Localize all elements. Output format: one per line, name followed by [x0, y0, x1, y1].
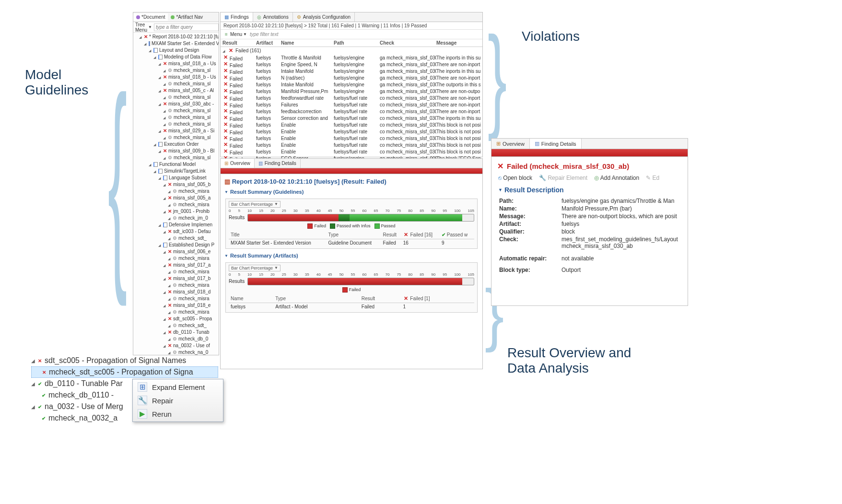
- tree-node[interactable]: ✕misra_slsf_029_a - Si: [134, 128, 219, 134]
- tree-node[interactable]: Established Design P: [134, 242, 219, 248]
- table-row[interactable]: MXAM Starter Set - Extended Version Guid…: [229, 239, 474, 247]
- tree-node[interactable]: ⚙mcheck_misra: [134, 201, 219, 208]
- findings-breadcrumb: Report 2018-10-02 10:21:10 [fuelsys] > 1…: [221, 22, 482, 30]
- tab-config[interactable]: ⚙Analysis Configuration: [293, 12, 355, 22]
- tree-node[interactable]: ✕misra_slsf_005_c - Al: [134, 87, 219, 94]
- tab-artifact-nav[interactable]: *Artifact Nav: [168, 13, 206, 21]
- tree-node[interactable]: Modeling of Data Flow: [134, 54, 219, 60]
- menu-repair[interactable]: 🔧Repair: [134, 394, 222, 407]
- findings-row[interactable]: ✕ FailedfuelsysIntake Manifoldfuelsys/en…: [221, 68, 482, 74]
- tree-node[interactable]: ✕jm_0001 - Prohib: [134, 208, 219, 215]
- table-row[interactable]: fuelsys Artifact - Model Failed 1: [229, 303, 474, 311]
- annotation-left: Model Guidelines: [25, 67, 88, 98]
- left-tree-panel: *Document *Artifact Nav Tree Menu▼ ✕ ✕* …: [133, 12, 219, 355]
- tree-node[interactable]: ⚙mcheck_misra: [134, 295, 219, 302]
- tree-node[interactable]: ✕misra_slsf_005_b: [134, 181, 219, 188]
- findings-row[interactable]: ✕ FailedfuelsysIntake Manifoldfuelsys/en…: [221, 81, 482, 88]
- edit-icon: ✎: [646, 175, 651, 181]
- pass-icon: ✔: [38, 381, 42, 387]
- tree-node[interactable]: ✕misra_slsf_030_abc -: [134, 101, 219, 107]
- tree-node[interactable]: ✕misra_slsf_017_b: [134, 275, 219, 282]
- tree-node[interactable]: ⚙mcheck_db_0: [134, 336, 219, 342]
- tree-node[interactable]: ✕misra_slsf_018_e: [134, 302, 219, 309]
- expand-icon: ⊞: [138, 382, 147, 392]
- tree-row[interactable]: ◢✕sdt_sc005 - Propagation of Signal Name…: [31, 355, 218, 366]
- tree-row-selected[interactable]: ✕mcheck_sdt_sc005 - Propagation of Signa: [31, 366, 218, 378]
- result-description-header[interactable]: Result Description: [491, 185, 688, 195]
- tree-node[interactable]: ⚙mcheck_misra: [134, 282, 219, 289]
- tree-node[interactable]: ⚙mcheck_misra_sl: [134, 94, 219, 101]
- section-artifacts[interactable]: Result Summary (Artifacts): [221, 251, 482, 260]
- findings-row[interactable]: ✕ FailedfuelsysEnablefuelsys/fuel rateco…: [221, 141, 482, 148]
- tree-node[interactable]: ✕misra_slsf_009_b - Bl: [134, 148, 219, 154]
- tab-annotations[interactable]: ◎Annotations: [253, 12, 293, 22]
- tree-node[interactable]: ✕sdt_sc005 - Propa: [134, 316, 219, 322]
- add-annotation-icon: ◎: [594, 175, 599, 181]
- tree-node[interactable]: ⚙mcheck_misra_sl: [134, 121, 219, 128]
- tree-root[interactable]: * Report 2018-10-02 10:21:10 [fuels: [149, 34, 219, 40]
- tab-overview[interactable]: ⊞Overview: [221, 159, 255, 168]
- tree-node[interactable]: ⚙mcheck_misra_sl: [134, 107, 219, 114]
- findings-row[interactable]: ✕ FailedfuelsysEngine Speed, Nfuelsys/en…: [221, 61, 482, 68]
- menu-rerun[interactable]: ▶Rerun: [134, 407, 222, 421]
- tree-node[interactable]: ✕db_0110 - Tunab: [134, 329, 219, 336]
- tree-node[interactable]: ⚙mcheck_misra_sl: [134, 67, 219, 74]
- tree-node[interactable]: ✕misra_slsf_005_a: [134, 195, 219, 201]
- findings-row[interactable]: ✕ Failedfuelsysfeedforwardfuel ratefuels…: [221, 94, 482, 101]
- findings-row[interactable]: ✕ FailedfuelsysN (rad/sec)fuelsys/engine…: [221, 74, 482, 81]
- tree-filter-input[interactable]: [154, 23, 219, 31]
- tree-node[interactable]: Execution Order: [134, 141, 219, 148]
- tree-node[interactable]: ⚙mcheck_misra_sl: [134, 114, 219, 121]
- findings-menu-dropdown[interactable]: ≡Menu▼: [223, 32, 247, 37]
- findings-row[interactable]: ✕ FailedfuelsysFailuresfuelsys/fuel rate…: [221, 101, 482, 108]
- section-guidelines[interactable]: Result Summary (Guidelines): [221, 187, 482, 197]
- tree-node[interactable]: ✕misra_slsf_006_e: [134, 248, 219, 255]
- bartype-select-2[interactable]: Bar Chart Percentage▼: [229, 265, 281, 271]
- findings-row[interactable]: ✕ FailedfuelsysThrottle & Manifoldfuelsy…: [221, 54, 482, 61]
- tree-node[interactable]: Language Subset: [134, 175, 219, 181]
- tree-node[interactable]: ⚙mcheck_sdt_: [134, 235, 219, 242]
- findings-row[interactable]: ✕ FailedfuelsysEnablefuelsys/fuel rateco…: [221, 128, 482, 135]
- bartype-select[interactable]: Bar Chart Percentage▼: [229, 201, 281, 208]
- tree-node[interactable]: ⚙mcheck_misra_sl: [134, 134, 219, 141]
- tree-node[interactable]: Defensive Implemen: [134, 222, 219, 228]
- dtab-finding-details[interactable]: ▥Finding Details: [530, 139, 582, 149]
- add-annotation-button[interactable]: ◎ Add Annotation: [594, 175, 639, 181]
- findings-row[interactable]: ✕ FailedfuelsysManifold Pressure,Pmfuels…: [221, 88, 482, 94]
- tree-node[interactable]: ⚙mcheck_misra: [134, 255, 219, 262]
- menu-expand-element[interactable]: ⊞Expand Element: [134, 380, 222, 394]
- tree-node[interactable]: ⚙mcheck_misra: [134, 188, 219, 195]
- tree-node[interactable]: ⚙mcheck_misra: [134, 269, 219, 275]
- tree-node[interactable]: ✕misra_slsf_018_d: [134, 289, 219, 295]
- findings-row[interactable]: ✕ FailedfuelsysEnablefuelsys/fuel rateco…: [221, 121, 482, 128]
- artifacts-legend: Failed: [229, 287, 474, 293]
- tree-node[interactable]: Layout and Design: [134, 47, 219, 54]
- detail-status-strip: [491, 149, 688, 157]
- findings-row[interactable]: ✕ FailedfuelsysEnablefuelsys/fuel rateco…: [221, 148, 482, 155]
- tree-menu-dropdown[interactable]: Tree Menu▼: [135, 22, 152, 33]
- tree-node[interactable]: ✕na_0032 - Use of: [134, 342, 219, 349]
- dtab-overview[interactable]: ⊞Overview: [491, 139, 530, 149]
- tree-node[interactable]: Functional Model: [134, 161, 219, 168]
- findings-row[interactable]: ✕ FailedfuelsysSensor correction andfuel…: [221, 115, 482, 121]
- tree-node[interactable]: ⚙mcheck_misra_sl: [134, 154, 219, 161]
- tree-node[interactable]: ⚙mcheck_jm_0: [134, 215, 219, 222]
- tab-finding-details[interactable]: ▥Finding Details: [255, 159, 301, 168]
- guideline-tree[interactable]: ✕* Report 2018-10-02 10:21:10 [fuels MXA…: [133, 33, 219, 355]
- tree-node[interactable]: MXAM Starter Set - Extended V: [134, 40, 219, 47]
- tree-node[interactable]: Simulink/TargetLink: [134, 168, 219, 175]
- findings-row[interactable]: ✕ FailedfuelsysEnablefuelsys/fuel rateco…: [221, 135, 482, 141]
- tree-node[interactable]: ✕misra_slsf_018_a - Us: [134, 60, 219, 67]
- tab-document[interactable]: *Document: [133, 13, 168, 21]
- tree-node[interactable]: ✕misra_slsf_018_b - Us: [134, 74, 219, 81]
- tree-node[interactable]: ⚙mcheck_misra_sl: [134, 81, 219, 87]
- findings-row[interactable]: ✕ Failedfuelsysfeedbackcorrectionfuelsys…: [221, 108, 482, 115]
- open-block-button[interactable]: ⎋ Open block: [498, 175, 532, 181]
- tree-node[interactable]: ⚙mcheck_misra: [134, 309, 219, 316]
- tree-node[interactable]: ✕misra_slsf_017_a: [134, 262, 219, 269]
- tree-node[interactable]: ⚙mcheck_sdt_: [134, 322, 219, 329]
- failed-group-row[interactable]: ✕Failed (161): [221, 47, 482, 54]
- tree-node[interactable]: ✕sdt_ic003 - Defau: [134, 228, 219, 235]
- tab-findings[interactable]: ▦Findings: [221, 12, 253, 22]
- findings-filter-input[interactable]: type filter text: [250, 32, 278, 37]
